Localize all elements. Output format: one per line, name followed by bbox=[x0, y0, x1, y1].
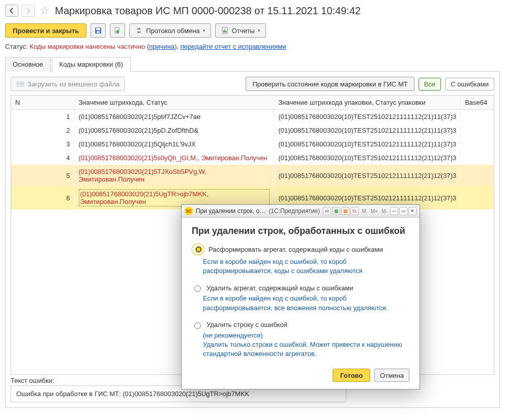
tab-main[interactable]: Основное bbox=[5, 57, 51, 72]
svg-rect-6 bbox=[224, 29, 225, 33]
protocol-label: Протокол обмена bbox=[146, 27, 200, 35]
col-n: N bbox=[11, 96, 74, 110]
col-value: Значение штрихкода, Статус bbox=[74, 96, 274, 110]
row-n: 4 bbox=[11, 151, 74, 165]
radio-option-1[interactable]: Расформировать агрегат, содержащий коды … bbox=[192, 244, 409, 255]
row-b64 bbox=[461, 151, 494, 165]
chevron-down-icon: ▾ bbox=[203, 28, 205, 33]
post-button[interactable] bbox=[110, 23, 125, 38]
radio-option-3-desc: (не рекомендуется) Удалить только строки… bbox=[203, 331, 409, 359]
row-b64 bbox=[461, 137, 494, 151]
dialog-app: (1С:Предприятие) bbox=[269, 207, 320, 215]
row-pack: (01)00851768003020(10)TEST25102121111112… bbox=[274, 137, 461, 151]
table-row[interactable]: 3(01)00851768003020(21)5Qljch1L'9vJX(01)… bbox=[11, 137, 494, 151]
mem-mm[interactable]: M- bbox=[380, 208, 389, 214]
svg-rect-1 bbox=[96, 28, 100, 30]
radio-option-3-label: Удалить строку с ошибкой bbox=[206, 321, 287, 328]
svg-rect-2 bbox=[97, 31, 100, 33]
mem-mp[interactable]: M+ bbox=[370, 208, 379, 214]
dialog-heading: При удалении строк, обработанных с ошибк… bbox=[192, 226, 409, 236]
row-value: (01)00851768003020(21)5pbf7JZCv+7ae bbox=[74, 110, 274, 124]
row-value: (01)00851768003020(21)5TJXoSb5PVg,W, Эми… bbox=[74, 165, 274, 186]
check-state-button[interactable]: Проверить состояние кодов маркировки в Г… bbox=[246, 77, 414, 91]
cal2-icon[interactable]: ▦ bbox=[341, 207, 349, 215]
row-n: 2 bbox=[11, 124, 74, 137]
chevron-down-icon: ▾ bbox=[258, 28, 260, 33]
row-n: 3 bbox=[11, 137, 74, 151]
row-pack: (01)00851768003020(10)TEST25102121111112… bbox=[274, 151, 461, 165]
row-value: (01)00851768003020(21)5pD.ZofDfthD& bbox=[74, 124, 274, 137]
print-icon[interactable] bbox=[323, 207, 331, 215]
filter-errors[interactable]: С ошибками bbox=[445, 78, 494, 91]
table-row[interactable]: 1(01)00851768003020(21)5pbf7JZCv+7ae(01)… bbox=[11, 110, 494, 124]
svg-rect-7 bbox=[226, 31, 227, 33]
table-row[interactable]: 4(01)00851768003020(21)5s0yQh_jGI,M,, Эм… bbox=[11, 151, 494, 165]
reason-link[interactable]: причина bbox=[149, 43, 174, 50]
status-label: Статус: bbox=[5, 43, 28, 50]
table-row[interactable]: 2(01)00851768003020(21)5pD.ZofDfthD&(01)… bbox=[11, 124, 494, 137]
close-icon[interactable]: ✕ bbox=[408, 207, 417, 215]
nav-back-button[interactable] bbox=[5, 5, 18, 17]
col-pack: Значение штрихкода упаковки, Статус упак… bbox=[274, 96, 461, 110]
reports-button[interactable]: Отчеты ▾ bbox=[215, 23, 266, 38]
radio-option-2[interactable]: Удалить агрегат, содержащий коды с ошибк… bbox=[192, 284, 409, 292]
submit-close-button[interactable]: Провести и закрыть bbox=[5, 23, 86, 38]
radio-option-1-desc: Если в коробе найден код с ошибкой, то к… bbox=[203, 257, 409, 276]
svg-rect-9 bbox=[17, 83, 24, 84]
page-title: Маркировка товаров ИС МП 0000-000238 от … bbox=[55, 5, 361, 17]
row-b64 bbox=[461, 186, 494, 209]
row-b64 bbox=[461, 124, 494, 137]
radio-option-3[interactable]: Удалить строку с ошибкой bbox=[192, 321, 409, 329]
row-b64 bbox=[461, 110, 494, 124]
action-link[interactable]: передайте отчет с исправлениями bbox=[181, 43, 286, 50]
exchange-icon bbox=[135, 26, 143, 35]
dialog-cancel-button[interactable]: Отмена bbox=[374, 369, 409, 382]
col-b64: Base64 bbox=[461, 96, 494, 110]
radio-option-2-label: Удалить агрегат, содержащий коды с ошибк… bbox=[206, 284, 353, 292]
status-text: Коды маркировки нанесены частично bbox=[29, 43, 145, 50]
radio-option-2-desc: Если в коробе найден код с ошибкой, то к… bbox=[203, 294, 409, 312]
row-pack: (01)00851768003020(10)TEST25102121111112… bbox=[274, 110, 461, 124]
row-pack: (01)00851768003020(10)TEST25102121111112… bbox=[274, 165, 461, 186]
card-icon bbox=[16, 80, 24, 88]
mem-m[interactable]: M bbox=[360, 208, 369, 214]
favorite-star-icon[interactable]: ☆ bbox=[40, 4, 50, 17]
minimize-icon[interactable]: — bbox=[390, 207, 398, 215]
tab-codes[interactable]: Коды маркировки (6) bbox=[52, 57, 131, 72]
svg-rect-8 bbox=[17, 82, 24, 86]
row-value: (01)00851768003020(21)5s0yQh_jGI,M,, Эми… bbox=[74, 151, 274, 165]
cal3-icon[interactable]: 31 bbox=[350, 207, 359, 215]
table-row[interactable]: 5(01)00851768003020(21)5TJXoSb5PVg,W, Эм… bbox=[11, 165, 494, 186]
load-file-button: Загрузить из внешнего файла bbox=[11, 77, 125, 91]
row-b64 bbox=[461, 165, 494, 186]
delete-rows-dialog: 1C При удалении строк, об… (1С:Предприят… bbox=[181, 204, 420, 389]
radio-option-1-label: Расформировать агрегат, содержащий коды … bbox=[209, 246, 383, 253]
row-value: (01)00851768003020(21)5Qljch1L'9vJX bbox=[74, 137, 274, 151]
svg-rect-11 bbox=[326, 209, 328, 211]
status-line: Статус: Коды маркировки нанесены частичн… bbox=[5, 43, 500, 50]
reports-label: Отчеты bbox=[232, 27, 255, 35]
load-file-label: Загрузить из внешнего файла bbox=[27, 80, 120, 88]
dialog-ok-button[interactable]: Готово bbox=[333, 369, 370, 382]
cal1-icon[interactable]: ▦ bbox=[332, 207, 340, 215]
maximize-icon[interactable]: ▭ bbox=[399, 207, 407, 215]
svg-rect-5 bbox=[223, 31, 224, 33]
row-n: 1 bbox=[11, 110, 74, 124]
row-pack: (01)00851768003020(10)TEST25102121111112… bbox=[274, 124, 461, 137]
save-button[interactable] bbox=[91, 23, 106, 38]
filter-all[interactable]: Все bbox=[419, 78, 441, 91]
1c-logo-icon: 1C bbox=[185, 207, 193, 215]
nav-forward-button bbox=[21, 5, 35, 17]
dialog-title: При удалении строк, об… bbox=[196, 207, 265, 215]
row-n: 5 bbox=[11, 165, 74, 186]
row-n: 6 bbox=[11, 186, 74, 209]
protocol-button[interactable]: Протокол обмена ▾ bbox=[129, 23, 211, 38]
report-icon bbox=[221, 26, 229, 35]
